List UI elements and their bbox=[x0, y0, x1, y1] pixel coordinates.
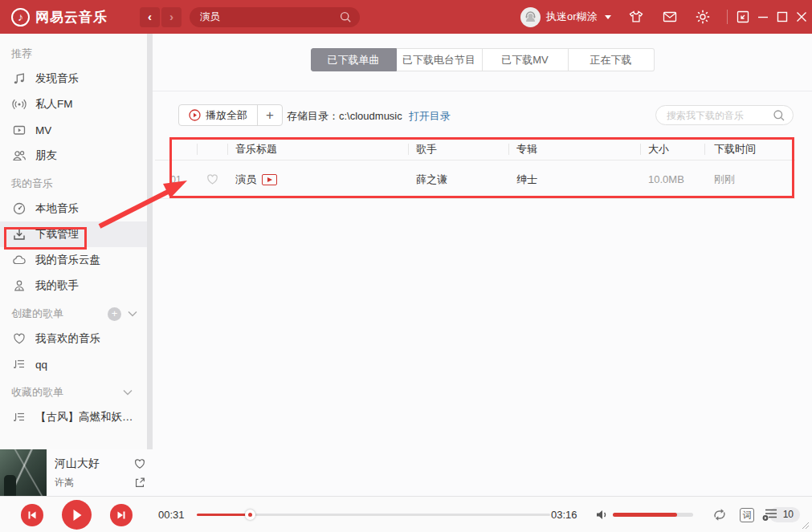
section-label: 我的音乐 bbox=[11, 177, 53, 191]
now-playing-panel[interactable]: 河山大好 许嵩 bbox=[0, 449, 153, 496]
chevron-down-icon[interactable] bbox=[123, 389, 133, 396]
now-playing-artist[interactable]: 许嵩 bbox=[55, 476, 127, 489]
sidebar-item-label: 我的歌手 bbox=[35, 278, 79, 293]
singer-icon bbox=[12, 278, 27, 293]
next-button[interactable] bbox=[110, 504, 133, 526]
section-label: 收藏的歌单 bbox=[11, 385, 63, 400]
like-icon[interactable] bbox=[206, 173, 219, 186]
search-icon bbox=[340, 11, 352, 23]
volume-bar[interactable] bbox=[613, 513, 693, 517]
tab-downloaded-mv[interactable]: 已下载MV bbox=[483, 48, 569, 71]
album-art[interactable] bbox=[0, 449, 47, 496]
tab-downloading[interactable]: 正在下载 bbox=[569, 48, 655, 71]
forward-button[interactable]: › bbox=[161, 7, 182, 27]
sidebar-item-playlist-gufeng[interactable]: 【古风】高燃和妖气满满... bbox=[0, 404, 147, 430]
download-tabs: 已下载单曲 已下载电台节目 已下载MV 正在下载 bbox=[311, 48, 655, 71]
global-search[interactable] bbox=[190, 7, 360, 27]
play-all-button[interactable]: 播放全部 bbox=[179, 105, 258, 125]
logo-icon: ♪ bbox=[11, 8, 30, 26]
sidebar-item-personal-fm[interactable]: 私人FM bbox=[0, 91, 147, 117]
music-note-icon bbox=[12, 71, 27, 86]
local-music-icon bbox=[12, 201, 27, 216]
lyrics-button[interactable]: 词 bbox=[740, 508, 754, 522]
chevron-down-icon[interactable] bbox=[128, 311, 137, 317]
mail-icon[interactable] bbox=[662, 9, 678, 25]
previous-button[interactable] bbox=[21, 504, 43, 526]
radio-icon bbox=[12, 97, 27, 112]
download-search[interactable] bbox=[655, 105, 794, 125]
sidebar-item-my-singers[interactable]: 我的歌手 bbox=[0, 273, 147, 298]
volume-icon[interactable] bbox=[594, 507, 610, 522]
mini-mode-icon[interactable] bbox=[736, 10, 750, 24]
download-search-input[interactable] bbox=[667, 106, 767, 124]
theme-icon[interactable] bbox=[628, 9, 644, 25]
heart-icon bbox=[12, 331, 27, 346]
avatar[interactable] bbox=[520, 7, 541, 27]
sidebar-item-download-manager[interactable]: 下载管理 bbox=[0, 221, 147, 247]
sidebar-item-label: 发现音乐 bbox=[35, 71, 79, 86]
row-index: 01 bbox=[155, 174, 197, 185]
header-album: 专辑 bbox=[508, 142, 640, 156]
storage-dir: 存储目录：c:\cloudmusic打开目录 bbox=[287, 109, 451, 124]
sidebar-item-label: 我喜欢的音乐 bbox=[35, 331, 100, 346]
user-menu[interactable]: 执迷or糊涂 bbox=[520, 7, 611, 27]
sidebar-item-local-music[interactable]: 本地音乐 bbox=[0, 196, 147, 221]
song-title[interactable]: 演员 bbox=[235, 173, 256, 187]
maximize-icon[interactable] bbox=[775, 10, 790, 24]
download-time: 刚刚 bbox=[704, 173, 795, 187]
song-album[interactable]: 绅士 bbox=[508, 173, 640, 187]
back-button[interactable]: ‹ bbox=[140, 7, 160, 27]
progress-knob[interactable] bbox=[245, 510, 255, 520]
play-button[interactable] bbox=[62, 500, 92, 530]
add-to-playlist-button[interactable]: + bbox=[258, 105, 282, 125]
player-bar: 00:31 03:16 词 10 bbox=[0, 496, 812, 532]
play-icon bbox=[71, 509, 83, 522]
sidebar-scrollbar[interactable] bbox=[147, 34, 153, 449]
playlist-icon bbox=[12, 410, 27, 424]
sidebar-section-recommend: 推荐 bbox=[0, 39, 147, 66]
previous-icon bbox=[27, 510, 37, 520]
play-all-label: 播放全部 bbox=[206, 108, 247, 123]
section-label: 创建的歌单 bbox=[11, 307, 63, 321]
table-row[interactable]: 01 演员 薛之谦 绅士 10.0MB 刚刚 bbox=[155, 160, 795, 199]
song-artist[interactable]: 薛之谦 bbox=[408, 173, 508, 187]
minimize-icon[interactable] bbox=[756, 10, 770, 24]
header-size: 大小 bbox=[640, 142, 704, 156]
play-all-group: 播放全部 + bbox=[178, 104, 283, 126]
caret-down-icon bbox=[605, 15, 611, 19]
settings-icon[interactable] bbox=[695, 9, 711, 25]
downloads-table: 音乐标题 歌手 专辑 大小 下载时间 01 演员 薛之谦 绅士 10.0MB 刚… bbox=[155, 138, 795, 199]
mv-badge-icon[interactable] bbox=[262, 174, 277, 185]
tab-downloaded-songs[interactable]: 已下载单曲 bbox=[311, 48, 397, 71]
header-artist: 歌手 bbox=[408, 142, 508, 156]
progress-bar[interactable] bbox=[197, 514, 550, 516]
queue-icon[interactable] bbox=[761, 506, 779, 522]
open-dir-link[interactable]: 打开目录 bbox=[409, 110, 451, 122]
share-icon[interactable] bbox=[133, 476, 146, 489]
like-icon[interactable] bbox=[133, 457, 146, 470]
sidebar-item-mv[interactable]: MV bbox=[0, 117, 147, 143]
now-playing-title[interactable]: 河山大好 bbox=[55, 457, 127, 471]
header-title: 音乐标题 bbox=[227, 142, 408, 156]
tab-downloaded-radio[interactable]: 已下载电台节目 bbox=[397, 48, 483, 71]
total-time: 03:16 bbox=[551, 509, 577, 521]
add-playlist-icon[interactable]: + bbox=[108, 307, 121, 321]
netease-music-window: ♪ 网易云音乐 ‹ › 执迷or糊涂 推荐 发现音乐 bbox=[0, 0, 812, 532]
search-icon bbox=[773, 109, 785, 122]
global-search-input[interactable] bbox=[200, 7, 333, 27]
sidebar-item-cloud-disk[interactable]: 我的音乐云盘 bbox=[0, 247, 147, 273]
table-header-row: 音乐标题 歌手 专辑 大小 下载时间 bbox=[155, 138, 795, 160]
close-icon[interactable] bbox=[794, 10, 809, 24]
sidebar-item-discover[interactable]: 发现音乐 bbox=[0, 66, 147, 91]
resize-grip[interactable] bbox=[802, 522, 810, 530]
sidebar-item-playlist-qq[interactable]: qq bbox=[0, 351, 147, 377]
sidebar-item-label: 【古风】高燃和妖气满满... bbox=[35, 410, 138, 424]
loop-icon[interactable] bbox=[711, 507, 728, 522]
sidebar-item-friends[interactable]: 朋友 bbox=[0, 143, 147, 169]
sidebar-section-collected-playlists: 收藏的歌单 bbox=[0, 377, 147, 404]
sidebar-item-label: MV bbox=[35, 124, 51, 136]
sidebar-section-created-playlists: 创建的歌单 + bbox=[0, 298, 147, 326]
sidebar-item-label: qq bbox=[35, 359, 47, 371]
sidebar-item-liked-music[interactable]: 我喜欢的音乐 bbox=[0, 326, 147, 351]
app-logo[interactable]: ♪ 网易云音乐 bbox=[11, 8, 140, 26]
